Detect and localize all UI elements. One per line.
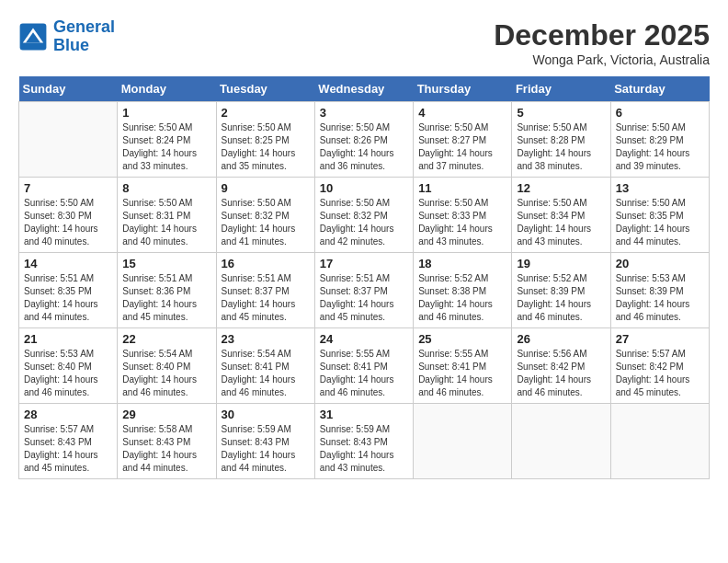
month-title: December 2025 (494, 18, 710, 52)
location-subtitle: Wonga Park, Victoria, Australia (494, 52, 710, 67)
col-monday: Monday (118, 76, 216, 102)
calendar-week-3: 14Sunrise: 5:51 AM Sunset: 8:35 PM Dayli… (19, 253, 710, 328)
calendar-cell: 11Sunrise: 5:50 AM Sunset: 8:33 PM Dayli… (414, 178, 512, 253)
day-info: Sunrise: 5:58 AM Sunset: 8:43 PM Dayligh… (122, 423, 210, 475)
day-info: Sunrise: 5:50 AM Sunset: 8:34 PM Dayligh… (517, 197, 605, 248)
calendar-cell: 8Sunrise: 5:50 AM Sunset: 8:31 PM Daylig… (118, 178, 216, 253)
day-number: 1 (122, 106, 210, 120)
calendar-cell: 13Sunrise: 5:50 AM Sunset: 8:35 PM Dayli… (610, 178, 709, 253)
calendar-cell: 26Sunrise: 5:56 AM Sunset: 8:42 PM Dayli… (512, 328, 610, 404)
day-info: Sunrise: 5:55 AM Sunset: 8:41 PM Dayligh… (320, 348, 408, 399)
day-info: Sunrise: 5:50 AM Sunset: 8:30 PM Dayligh… (24, 197, 112, 248)
calendar-cell: 31Sunrise: 5:59 AM Sunset: 8:43 PM Dayli… (314, 404, 413, 479)
calendar-week-1: 1Sunrise: 5:50 AM Sunset: 8:24 PM Daylig… (19, 102, 710, 178)
calendar-week-2: 7Sunrise: 5:50 AM Sunset: 8:30 PM Daylig… (19, 178, 710, 253)
day-info: Sunrise: 5:50 AM Sunset: 8:29 PM Dayligh… (616, 121, 704, 173)
calendar-cell (512, 404, 610, 479)
calendar-cell: 7Sunrise: 5:50 AM Sunset: 8:30 PM Daylig… (19, 178, 118, 253)
day-number: 5 (517, 106, 605, 120)
day-number: 17 (320, 257, 408, 270)
day-number: 29 (122, 408, 210, 421)
calendar-cell: 29Sunrise: 5:58 AM Sunset: 8:43 PM Dayli… (118, 404, 216, 479)
day-info: Sunrise: 5:54 AM Sunset: 8:40 PM Dayligh… (122, 348, 210, 399)
calendar-cell: 10Sunrise: 5:50 AM Sunset: 8:32 PM Dayli… (314, 178, 413, 253)
logo: General Blue (18, 18, 115, 55)
page-header: General Blue December 2025 Wonga Park, V… (18, 18, 710, 67)
calendar-cell (414, 404, 512, 479)
calendar-cell: 3Sunrise: 5:50 AM Sunset: 8:26 PM Daylig… (314, 102, 413, 178)
day-info: Sunrise: 5:53 AM Sunset: 8:39 PM Dayligh… (616, 272, 704, 324)
day-info: Sunrise: 5:57 AM Sunset: 8:42 PM Dayligh… (616, 348, 704, 399)
day-number: 8 (122, 181, 210, 195)
day-info: Sunrise: 5:51 AM Sunset: 8:35 PM Dayligh… (24, 272, 112, 324)
calendar-cell: 24Sunrise: 5:55 AM Sunset: 8:41 PM Dayli… (314, 328, 413, 404)
day-info: Sunrise: 5:50 AM Sunset: 8:24 PM Dayligh… (122, 121, 210, 173)
calendar-cell: 4Sunrise: 5:50 AM Sunset: 8:27 PM Daylig… (414, 102, 512, 178)
day-number: 2 (222, 106, 310, 120)
day-info: Sunrise: 5:50 AM Sunset: 8:28 PM Dayligh… (517, 121, 605, 173)
col-tuesday: Tuesday (216, 76, 314, 102)
day-number: 24 (320, 332, 408, 346)
day-number: 9 (222, 181, 310, 195)
day-info: Sunrise: 5:50 AM Sunset: 8:35 PM Dayligh… (616, 197, 704, 248)
calendar-cell: 17Sunrise: 5:51 AM Sunset: 8:37 PM Dayli… (314, 253, 413, 328)
day-number: 19 (517, 257, 605, 270)
day-number: 30 (222, 408, 310, 421)
calendar-cell: 19Sunrise: 5:52 AM Sunset: 8:39 PM Dayli… (512, 253, 610, 328)
day-number: 14 (24, 257, 112, 270)
day-info: Sunrise: 5:50 AM Sunset: 8:32 PM Dayligh… (320, 197, 408, 248)
calendar-cell (19, 102, 118, 178)
day-number: 27 (616, 332, 704, 346)
calendar-cell: 15Sunrise: 5:51 AM Sunset: 8:36 PM Dayli… (118, 253, 216, 328)
day-number: 31 (320, 408, 408, 421)
calendar-cell: 21Sunrise: 5:53 AM Sunset: 8:40 PM Dayli… (19, 328, 118, 404)
calendar-cell: 5Sunrise: 5:50 AM Sunset: 8:28 PM Daylig… (512, 102, 610, 178)
calendar-cell: 28Sunrise: 5:57 AM Sunset: 8:43 PM Dayli… (19, 404, 118, 479)
calendar-cell: 30Sunrise: 5:59 AM Sunset: 8:43 PM Dayli… (216, 404, 314, 479)
calendar-week-5: 28Sunrise: 5:57 AM Sunset: 8:43 PM Dayli… (19, 404, 710, 479)
day-info: Sunrise: 5:52 AM Sunset: 8:38 PM Dayligh… (418, 272, 506, 324)
calendar-cell: 9Sunrise: 5:50 AM Sunset: 8:32 PM Daylig… (216, 178, 314, 253)
calendar-cell: 20Sunrise: 5:53 AM Sunset: 8:39 PM Dayli… (610, 253, 709, 328)
calendar-cell: 18Sunrise: 5:52 AM Sunset: 8:38 PM Dayli… (414, 253, 512, 328)
calendar-week-4: 21Sunrise: 5:53 AM Sunset: 8:40 PM Dayli… (19, 328, 710, 404)
calendar-cell: 23Sunrise: 5:54 AM Sunset: 8:41 PM Dayli… (216, 328, 314, 404)
day-info: Sunrise: 5:52 AM Sunset: 8:39 PM Dayligh… (517, 272, 605, 324)
calendar-cell: 22Sunrise: 5:54 AM Sunset: 8:40 PM Dayli… (118, 328, 216, 404)
day-info: Sunrise: 5:50 AM Sunset: 8:32 PM Dayligh… (222, 197, 310, 248)
day-number: 22 (122, 332, 210, 346)
day-number: 23 (222, 332, 310, 346)
day-info: Sunrise: 5:51 AM Sunset: 8:37 PM Dayligh… (320, 272, 408, 324)
logo-text: General Blue (53, 18, 115, 55)
day-info: Sunrise: 5:51 AM Sunset: 8:36 PM Dayligh… (122, 272, 210, 324)
day-info: Sunrise: 5:50 AM Sunset: 8:25 PM Dayligh… (222, 121, 310, 173)
day-number: 25 (418, 332, 506, 346)
day-info: Sunrise: 5:56 AM Sunset: 8:42 PM Dayligh… (517, 348, 605, 399)
day-number: 20 (616, 257, 704, 270)
day-number: 7 (24, 181, 112, 195)
day-number: 10 (320, 181, 408, 195)
day-info: Sunrise: 5:50 AM Sunset: 8:26 PM Dayligh… (320, 121, 408, 173)
day-number: 15 (122, 257, 210, 270)
day-number: 18 (418, 257, 506, 270)
day-number: 13 (616, 181, 704, 195)
day-info: Sunrise: 5:50 AM Sunset: 8:31 PM Dayligh… (122, 197, 210, 248)
col-wednesday: Wednesday (314, 76, 413, 102)
calendar-cell: 16Sunrise: 5:51 AM Sunset: 8:37 PM Dayli… (216, 253, 314, 328)
calendar-cell: 14Sunrise: 5:51 AM Sunset: 8:35 PM Dayli… (19, 253, 118, 328)
calendar-cell (610, 404, 709, 479)
logo-line1: General (53, 17, 115, 36)
calendar-cell: 12Sunrise: 5:50 AM Sunset: 8:34 PM Dayli… (512, 178, 610, 253)
day-number: 16 (222, 257, 310, 270)
col-friday: Friday (512, 76, 610, 102)
col-saturday: Saturday (610, 76, 709, 102)
day-info: Sunrise: 5:51 AM Sunset: 8:37 PM Dayligh… (222, 272, 310, 324)
day-number: 11 (418, 181, 506, 195)
day-info: Sunrise: 5:59 AM Sunset: 8:43 PM Dayligh… (320, 423, 408, 475)
logo-line2: Blue (53, 36, 89, 54)
logo-icon (18, 22, 48, 52)
calendar-cell: 27Sunrise: 5:57 AM Sunset: 8:42 PM Dayli… (610, 328, 709, 404)
day-number: 6 (616, 106, 704, 120)
col-sunday: Sunday (19, 76, 118, 102)
day-info: Sunrise: 5:50 AM Sunset: 8:27 PM Dayligh… (418, 121, 506, 173)
